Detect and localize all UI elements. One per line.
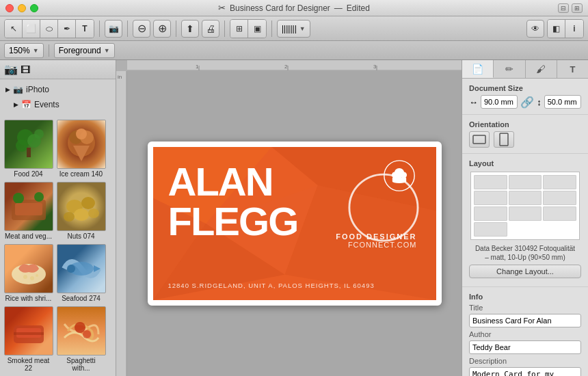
toolbar-separator-2 [127, 21, 128, 37]
svg-point-8 [76, 129, 87, 139]
right-panel: 📄 ✏ 🖌 T Document Size ↔ 90.0 mm 🔗 ↕ 50.0… [462, 60, 588, 376]
text-tool-button[interactable]: T [76, 20, 94, 38]
info-section: Info Title Author Description [462, 287, 588, 376]
canvas-area[interactable]: 1 2 3 in [116, 60, 462, 376]
layout-cell-8 [509, 206, 542, 221]
svg-point-16 [88, 209, 99, 218]
foreground-select[interactable]: Foreground ▼ [54, 43, 115, 58]
svg-point-4 [34, 129, 44, 139]
svg-point-19 [23, 275, 27, 279]
sidebar-tree: ▶ 📷 iPhoto ▶ 📅 Events 📷 Photos 🚩 Flagged [0, 79, 116, 116]
zoom-in-button[interactable]: ⊕ [153, 20, 171, 38]
layout-cell-9 [543, 206, 576, 221]
thumbnail-meatveg[interactable]: Meat and veg... [3, 180, 54, 241]
scissors-icon: ✂ [218, 3, 226, 13]
ellipse-select-tool-button[interactable]: ⬭ [40, 20, 58, 38]
thumbnail-image-meatveg [4, 182, 53, 231]
height-input[interactable]: 50.0 mm [544, 95, 581, 109]
landscape-button[interactable] [469, 131, 490, 148]
zoom-select[interactable]: 150% ▼ [4, 43, 44, 58]
camera-button[interactable]: 📷 [105, 20, 122, 38]
toolbar-separator-1 [99, 21, 100, 37]
link-icon: 🔗 [520, 96, 534, 109]
layout-cell-5 [509, 191, 542, 205]
thumbnail-riceshrimp[interactable]: Rice with shri... [3, 243, 54, 304]
card-address: 12840 S.RIDGELAND, UNIT A, PALOS HEIGHTS… [168, 282, 375, 289]
ruler-dropdown-arrow: ▼ [299, 25, 306, 32]
thumbnail-seafood274[interactable]: Seafood 274 [55, 243, 107, 304]
tab-edit[interactable]: ✏ [494, 60, 525, 78]
close-button[interactable] [5, 4, 14, 12]
document-size-row: ↔ 90.0 mm 🔗 ↕ 50.0 mm [469, 95, 581, 109]
sidebar-item-events[interactable]: ▶ 📅 Events [0, 97, 116, 112]
first-name: ALAN [168, 162, 298, 202]
business-card: ALAN FLEGG FOOD DESIGNER FCONNECT.COM 12… [148, 142, 442, 306]
ruler-dropdown[interactable]: ||||||| ▼ [277, 20, 310, 38]
thumbnail-image-smokedmeat [4, 306, 53, 355]
left-panel-toggle[interactable]: ◧ [548, 20, 565, 38]
canvas-inner[interactable]: ALAN FLEGG FOOD DESIGNER FCONNECT.COM 12… [127, 71, 462, 376]
ruler-horizontal: 1 2 3 [127, 60, 462, 71]
layout-cell-1 [474, 175, 507, 189]
thumbnail-label: Food 204 [14, 170, 42, 178]
window-expand-button[interactable]: ⊞ [572, 3, 583, 13]
arrow-tool-button[interactable]: ↖ [5, 20, 23, 38]
thumbnail-nuts074[interactable]: Nuts 074 [55, 180, 107, 241]
info-description-textarea[interactable] [469, 367, 581, 376]
svg-point-23 [67, 265, 75, 273]
toolbar-separator-4 [224, 21, 225, 37]
svg-point-21 [36, 274, 38, 277]
window-shrink-button[interactable]: ⊟ [558, 3, 569, 13]
portrait-button[interactable] [494, 131, 514, 148]
thumbnail-label: Nuts 074 [67, 232, 94, 240]
author-sublabel: Author [469, 330, 581, 338]
print-button[interactable]: 🖨 [202, 20, 219, 38]
tab-brush[interactable]: 🖌 [526, 60, 557, 78]
sidebar-header: 📷 🎞 [0, 60, 116, 79]
width-input[interactable]: 90.0 mm [481, 95, 518, 109]
sidebar-item-iphoto[interactable]: ▶ 📷 iPhoto [0, 82, 116, 97]
thumbnail-icecream140[interactable]: Ice cream 140 [55, 118, 107, 179]
minimize-button[interactable] [18, 4, 26, 12]
layout-preview [470, 172, 580, 240]
document-size-section: Document Size ↔ 90.0 mm 🔗 ↕ 50.0 mm [462, 79, 588, 115]
camera-tab-icon[interactable]: 📷 [4, 63, 18, 76]
single-view-button[interactable]: ▣ [248, 20, 266, 38]
layout-section: Layout Data Becker 310492 Fotoqualität –… [462, 154, 588, 287]
last-name: FLEGG [168, 202, 298, 241]
thumbnail-label: Meat and veg... [5, 232, 52, 240]
info-title-input[interactable] [469, 314, 581, 327]
change-layout-button[interactable]: Change Layout... [469, 265, 581, 278]
events-icon: 📅 [21, 100, 31, 109]
thumbnail-food204[interactable]: Food 204 [3, 118, 54, 179]
grid-view-button[interactable]: ⊞ [230, 20, 248, 38]
thumbnail-spaghetti[interactable]: Spaghetti with... [55, 305, 107, 373]
thumbnail-smokedmeat[interactable]: Smoked meat 22 [3, 305, 54, 373]
width-icon: ↔ [469, 97, 478, 107]
zoom-out-button[interactable]: ⊖ [133, 20, 150, 38]
svg-point-11 [34, 192, 44, 202]
toolbar-separator-3 [176, 21, 176, 37]
description-sublabel: Description [469, 357, 581, 365]
thumbnail-row-3: Rice with shri... Seafood 274 [3, 243, 113, 304]
filmstrip-tab-icon[interactable]: 🎞 [21, 64, 30, 75]
svg-point-17 [64, 212, 75, 221]
share-button[interactable]: ⬆ [181, 20, 199, 38]
tab-text[interactable]: T [557, 60, 588, 78]
toolbar-separator-5 [271, 21, 272, 37]
pen-tool-button[interactable]: ✒ [58, 20, 76, 38]
main-area: 📷 🎞 ▶ 📷 iPhoto ▶ 📅 Events 📷 Photos [0, 60, 588, 376]
iphoto-expand-icon: ▶ [5, 86, 10, 93]
tab-document[interactable]: 📄 [462, 60, 494, 78]
eye-view-button[interactable]: 👁 [526, 20, 544, 38]
thumbnail-label: Rice with shri... [5, 295, 52, 302]
info-panel-toggle[interactable]: i [565, 20, 583, 38]
zoom-value: 150% [9, 46, 30, 55]
selection-tool-group: ↖ ⬜ ⬭ ✒ T [4, 19, 94, 38]
info-author-input[interactable] [469, 340, 581, 354]
maximize-button[interactable] [30, 4, 38, 12]
panel-toggle-group: ◧ i [547, 19, 584, 38]
thumbnail-image-food204 [4, 120, 53, 169]
svg-point-27 [75, 322, 85, 333]
rect-select-tool-button[interactable]: ⬜ [23, 20, 40, 38]
